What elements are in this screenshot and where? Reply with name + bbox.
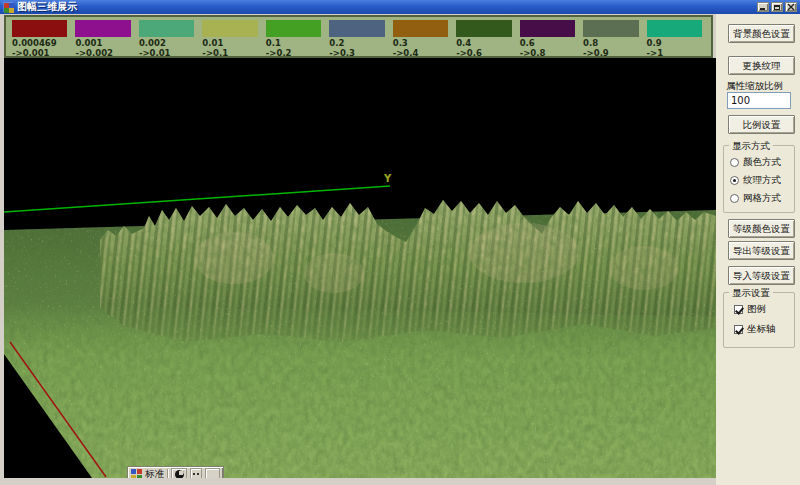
scale-settings-button[interactable]: 比例设置	[728, 115, 795, 134]
close-icon	[787, 3, 796, 12]
3d-viewport[interactable]: Y 标准	[4, 58, 716, 478]
change-texture-button[interactable]: 更换纹理	[728, 56, 795, 75]
level-color-settings-button[interactable]: 等级颜色设置	[728, 219, 795, 238]
radio-color-mode[interactable]: 颜色方式	[730, 156, 781, 169]
radio-icon	[730, 158, 739, 167]
legend-swatch	[583, 20, 638, 37]
app-window: 图幅三维展示 0.000469 ->0.001 0.001 ->0.002 0.…	[0, 0, 800, 485]
checkbox-legend[interactable]: 图例	[734, 303, 766, 316]
legend-swatch	[456, 20, 511, 37]
restore-icon	[774, 5, 780, 10]
legend-item: 0.000469 ->0.001	[10, 19, 73, 55]
window-frame-left	[0, 14, 4, 485]
terrain-render: Y	[4, 58, 716, 478]
radio-label: 颜色方式	[743, 156, 781, 169]
legend-item: 0.8 ->0.9	[581, 19, 644, 55]
legend-swatch	[75, 20, 130, 37]
minimize-button[interactable]	[757, 2, 769, 12]
legend-range-from: 0.8	[583, 38, 642, 48]
window-title: 图幅三维展示	[17, 0, 77, 14]
window-frame-bottom	[0, 478, 716, 485]
display-settings-title: 显示设置	[729, 287, 773, 300]
legend-range-to: ->0.1	[202, 48, 261, 58]
minimize-icon	[760, 8, 765, 10]
radio-grid-mode[interactable]: 网格方式	[730, 192, 781, 205]
legend-range-to: ->0.01	[139, 48, 198, 58]
legend-range-from: 0.002	[139, 38, 198, 48]
legend-swatch	[393, 20, 448, 37]
legend-range-to: ->0.002	[75, 48, 134, 58]
legend-range-to: ->1	[647, 48, 706, 58]
radio-label: 网格方式	[743, 192, 781, 205]
legend-range-to: ->0.4	[393, 48, 452, 58]
import-level-settings-button[interactable]: 导入等级设置	[728, 266, 795, 285]
legend-swatch	[12, 20, 67, 37]
legend-swatch	[139, 20, 194, 37]
scale-input[interactable]	[727, 92, 791, 109]
export-level-settings-button[interactable]: 导出等级设置	[728, 241, 795, 260]
radio-texture-mode[interactable]: 纹理方式	[730, 174, 781, 187]
legend-item: 0.1 ->0.2	[264, 19, 327, 55]
legend-range-to: ->0.8	[520, 48, 579, 58]
display-mode-group: 显示方式 颜色方式 纹理方式 网格方式	[723, 145, 795, 213]
legend-item: 0.6 ->0.8	[518, 19, 581, 55]
legend-bar: 0.000469 ->0.001 0.001 ->0.002 0.002 ->0…	[4, 15, 713, 58]
legend-item: 0.2 ->0.3	[327, 19, 390, 55]
legend-range-from: 0.000469	[12, 38, 71, 48]
legend-range-from: 0.3	[393, 38, 452, 48]
radio-label: 纹理方式	[743, 174, 781, 187]
restore-button[interactable]	[771, 2, 783, 12]
close-button[interactable]	[785, 2, 797, 12]
display-settings-group: 显示设置 图例 坐标轴	[723, 292, 795, 348]
legend-range-to: ->0.2	[266, 48, 325, 58]
legend-item: 0.4 ->0.6	[454, 19, 517, 55]
legend-range-to: ->0.6	[456, 48, 515, 58]
checkbox-label: 坐标轴	[747, 323, 776, 336]
legend-item: 0.9 ->1	[645, 19, 708, 55]
legend-swatch	[202, 20, 257, 37]
legend-swatch	[520, 20, 575, 37]
radio-icon	[730, 194, 739, 203]
dots-icon	[192, 473, 200, 476]
checkbox-icon	[734, 305, 743, 314]
legend-range-from: 0.001	[75, 38, 134, 48]
background-color-button[interactable]: 背景颜色设置	[728, 24, 795, 43]
legend-range-from: 0.2	[329, 38, 388, 48]
legend-swatch	[329, 20, 384, 37]
legend-range-from: 0.9	[647, 38, 706, 48]
checkbox-label: 图例	[747, 303, 766, 316]
checkbox-icon	[734, 325, 743, 334]
radio-icon	[730, 176, 739, 185]
y-axis-label: Y	[383, 173, 392, 184]
control-panel: 背景颜色设置 更换纹理 属性缩放比例 比例设置 显示方式 颜色方式 纹理方式 网…	[716, 14, 800, 485]
legend-range-to: ->0.3	[329, 48, 388, 58]
app-icon	[3, 2, 13, 12]
checkbox-axes[interactable]: 坐标轴	[734, 323, 776, 336]
legend-item: 0.3 ->0.4	[391, 19, 454, 55]
legend-range-from: 0.4	[456, 38, 515, 48]
title-bar: 图幅三维展示	[0, 0, 800, 14]
legend-range-from: 0.1	[266, 38, 325, 48]
legend-range-to: ->0.001	[12, 48, 71, 58]
legend-item: 0.001 ->0.002	[73, 19, 136, 55]
legend-item: 0.01 ->0.1	[200, 19, 263, 55]
legend-range-to: ->0.9	[583, 48, 642, 58]
legend-swatch	[647, 20, 702, 37]
legend-range-from: 0.6	[520, 38, 579, 48]
legend-swatch	[266, 20, 321, 37]
legend-item: 0.002 ->0.01	[137, 19, 200, 55]
display-mode-title: 显示方式	[729, 140, 773, 153]
legend-range-from: 0.01	[202, 38, 261, 48]
